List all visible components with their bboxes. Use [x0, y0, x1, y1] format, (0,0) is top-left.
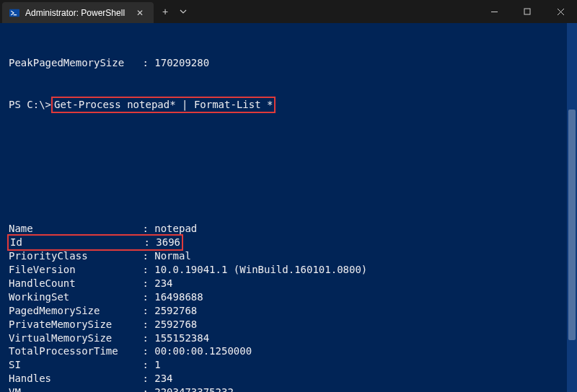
colon: : — [142, 344, 154, 358]
output-row: Handles : 234 — [9, 372, 568, 386]
id-highlight: Id : 3696 — [7, 234, 183, 251]
tab-dropdown-icon[interactable] — [180, 6, 187, 17]
scroll-thumb[interactable] — [568, 110, 576, 340]
scrollbar[interactable] — [567, 23, 577, 392]
output-label: PagedMemorySize — [9, 304, 142, 318]
minimize-button[interactable] — [477, 0, 511, 23]
output-row: FileVersion : 10.0.19041.1 (WinBuild.160… — [9, 263, 568, 277]
svg-rect-0 — [9, 9, 19, 17]
blank-line — [9, 141, 568, 154]
colon: : — [142, 57, 154, 68]
output-label: PriorityClass — [9, 249, 142, 263]
close-button[interactable] — [544, 0, 577, 23]
prev-value: 170209280 — [154, 57, 209, 68]
colon: : — [142, 386, 154, 392]
prompt: PS C:\> — [9, 98, 51, 112]
titlebar-drag-region[interactable] — [195, 0, 477, 23]
svg-rect-2 — [524, 9, 530, 14]
colon: : — [142, 318, 154, 331]
colon: : — [142, 290, 154, 304]
output-row: SI : 1 — [9, 358, 568, 372]
output-label: VM — [9, 386, 142, 392]
prev-output-row: PeakPagedMemorySize : 170209280 — [9, 56, 568, 70]
output-row: WorkingSet : 16498688 — [9, 290, 568, 304]
colon: : — [142, 304, 154, 318]
output-label: FileVersion — [9, 263, 142, 277]
output-label: SI — [9, 358, 142, 372]
output-block: Name : notepadId : 3696PriorityClass : N… — [9, 222, 568, 392]
prompt-line: PS C:\>Get-Process notepad* | Format-Lis… — [9, 97, 568, 113]
titlebar: Administrator: PowerShell ✕ + — [0, 0, 577, 23]
output-value: 10.0.19041.1 (WinBuild.160101.0800) — [154, 263, 367, 277]
blank-line — [9, 182, 568, 195]
output-label: Handles — [9, 372, 142, 386]
output-value: 2203473375232 — [154, 386, 234, 392]
output-label: VirtualMemorySize — [9, 331, 142, 345]
output-value: 234 — [154, 277, 172, 290]
output-value: Normal — [154, 249, 191, 263]
output-row: Id : 3696 — [9, 236, 568, 249]
output-row: VirtualMemorySize : 155152384 — [9, 331, 568, 345]
output-row: PriorityClass : Normal — [9, 249, 568, 263]
output-row: PrivateMemorySize : 2592768 — [9, 318, 568, 331]
close-tab-icon[interactable]: ✕ — [133, 8, 146, 18]
terminal[interactable]: PeakPagedMemorySize : 170209280 PS C:\>G… — [0, 23, 577, 392]
output-row: TotalProcessorTime : 00:00:00.1250000 — [9, 344, 568, 358]
output-value: 2592768 — [154, 318, 197, 331]
tab-title: Administrator: PowerShell — [25, 8, 128, 18]
maximize-button[interactable] — [511, 0, 544, 23]
output-value: 00:00:00.1250000 — [154, 344, 252, 358]
output-label: PrivateMemorySize — [9, 318, 142, 331]
window-controls — [477, 0, 577, 23]
output-value: 2592768 — [154, 304, 197, 318]
colon: : — [142, 263, 154, 277]
output-row: VM : 2203473375232 — [9, 386, 568, 392]
output-row: PagedMemorySize : 2592768 — [9, 304, 568, 318]
output-row: HandleCount : 234 — [9, 277, 568, 290]
output-value: 155152384 — [154, 331, 209, 345]
output-label: WorkingSet — [9, 290, 142, 304]
colon: : — [142, 249, 154, 263]
colon: : — [142, 277, 154, 290]
output-label: TotalProcessorTime — [9, 344, 142, 358]
prev-label: PeakPagedMemorySize — [9, 57, 142, 68]
output-value: 16498688 — [154, 290, 203, 304]
tab-powershell[interactable]: Administrator: PowerShell ✕ — [2, 2, 154, 23]
command-highlight: Get-Process notepad* | Format-List * — [51, 97, 276, 113]
new-tab-button[interactable]: + — [162, 6, 168, 17]
colon: : — [142, 331, 154, 345]
powershell-icon — [9, 8, 19, 18]
output-label: HandleCount — [9, 277, 142, 290]
output-value: 234 — [154, 372, 172, 386]
tab-actions: + — [154, 0, 195, 23]
output-value: 1 — [154, 358, 160, 372]
colon: : — [142, 372, 154, 386]
colon: : — [142, 358, 154, 372]
